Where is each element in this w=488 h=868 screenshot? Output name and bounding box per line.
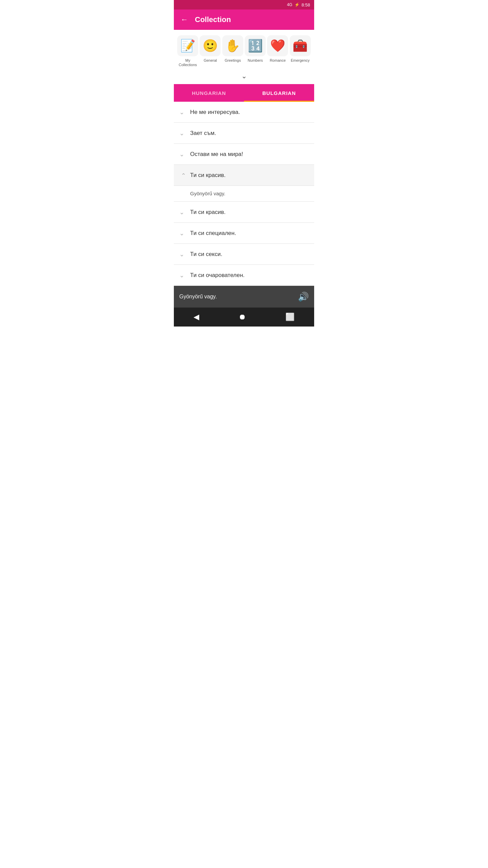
romance-icon: ❤️ [267, 35, 288, 56]
phrase-row-6[interactable]: ⌄ Ти си специален. [174, 223, 314, 244]
romance-label: Romance [270, 58, 286, 63]
speaker-icon[interactable]: 🔊 [298, 292, 309, 302]
player-bar: Gyönyörű vagy. 🔊 [174, 286, 314, 308]
phrase-row-1[interactable]: ⌄ Не ме интересува. [174, 102, 314, 123]
app-bar: ← Collection [174, 9, 314, 30]
time-display: 8:58 [302, 2, 310, 7]
phrase-row-2[interactable]: ⌄ Зает съм. [174, 123, 314, 144]
chevron-down-icon: ⌄ [241, 72, 247, 80]
tab-bar: HUNGARIAN BULGARIAN [174, 84, 314, 102]
back-button[interactable]: ← [179, 14, 189, 25]
tab-hungarian[interactable]: HUNGARIAN [174, 84, 244, 102]
chevron-collapse-icon-8: ⌄ [179, 272, 186, 279]
phrase-text-4: Ти си красив. [190, 172, 226, 179]
phrase-row-7[interactable]: ⌄ Ти си секси. [174, 244, 314, 265]
chevron-collapse-icon-6: ⌄ [179, 230, 186, 237]
category-greetings[interactable]: ✋ Greetings [222, 35, 243, 63]
translation-text-4: Gyönyörű vagy. [190, 191, 225, 196]
category-row: 📝 My Collections 🙂 General ✋ Greetings 🔢… [174, 30, 314, 70]
nav-back-button[interactable]: ◀ [185, 310, 207, 324]
expand-categories-row[interactable]: ⌄ [174, 70, 314, 84]
phrase-text-8: Ти си очарователен. [190, 272, 245, 279]
tab-bulgarian-label: BULGARIAN [262, 90, 296, 96]
tab-active-indicator [244, 101, 314, 102]
phrase-text-7: Ти си секси. [190, 251, 222, 258]
tab-hungarian-label: HUNGARIAN [192, 90, 226, 96]
phrase-text-2: Зает съм. [190, 130, 216, 137]
category-my-collections[interactable]: 📝 My Collections [177, 35, 198, 67]
chevron-collapse-icon-1: ⌄ [179, 108, 186, 116]
chevron-expand-icon-4: ⌄ [179, 172, 186, 179]
general-label: General [204, 58, 217, 63]
category-general[interactable]: 🙂 General [200, 35, 221, 63]
emergency-label: Emergency [291, 58, 310, 63]
category-emergency[interactable]: 🧰 Emergency [290, 35, 311, 63]
network-icon: 4G [287, 2, 292, 7]
phrase-text-5: Ти си красив. [190, 209, 226, 216]
nav-home-button[interactable]: ⏺ [230, 310, 254, 324]
translation-row-4: Gyönyörű vagy. [174, 186, 314, 202]
phrase-list: ⌄ Не ме интересува. ⌄ Зает съм. ⌄ Остави… [174, 102, 314, 286]
chevron-collapse-icon-3: ⌄ [179, 151, 186, 158]
emergency-icon: 🧰 [290, 35, 311, 56]
category-numbers[interactable]: 🔢 Numbers [245, 35, 266, 63]
phrase-text-3: Остави ме на мира! [190, 151, 243, 158]
battery-icon: ⚡ [294, 2, 300, 7]
my-collections-icon: 📝 [177, 35, 198, 56]
status-bar: 4G ⚡ 8:58 [174, 0, 314, 9]
my-collections-label: My Collections [178, 58, 198, 67]
phrase-text-6: Ти си специален. [190, 230, 236, 237]
nav-bar: ◀ ⏺ ⬜ [174, 308, 314, 327]
numbers-label: Numbers [248, 58, 263, 63]
phrase-row-5[interactable]: ⌄ Ти си красив. [174, 202, 314, 223]
phrase-text-1: Не ме интересува. [190, 109, 240, 116]
phrase-row-8[interactable]: ⌄ Ти си очарователен. [174, 265, 314, 286]
phrase-row-3[interactable]: ⌄ Остави ме на мира! [174, 144, 314, 165]
greetings-icon: ✋ [222, 35, 243, 56]
greetings-label: Greetings [225, 58, 241, 63]
category-romance[interactable]: ❤️ Romance [267, 35, 288, 63]
nav-recents-button[interactable]: ⬜ [277, 310, 303, 324]
phrase-row-4[interactable]: ⌄ Ти си красив. [174, 165, 314, 186]
app-title: Collection [195, 15, 231, 24]
chevron-collapse-icon-2: ⌄ [179, 130, 186, 137]
tab-bulgarian[interactable]: BULGARIAN [244, 84, 314, 102]
chevron-collapse-icon-5: ⌄ [179, 209, 186, 216]
general-icon: 🙂 [200, 35, 221, 56]
chevron-collapse-icon-7: ⌄ [179, 251, 186, 258]
player-phrase-text: Gyönyörű vagy. [179, 294, 217, 300]
numbers-icon: 🔢 [245, 35, 266, 56]
